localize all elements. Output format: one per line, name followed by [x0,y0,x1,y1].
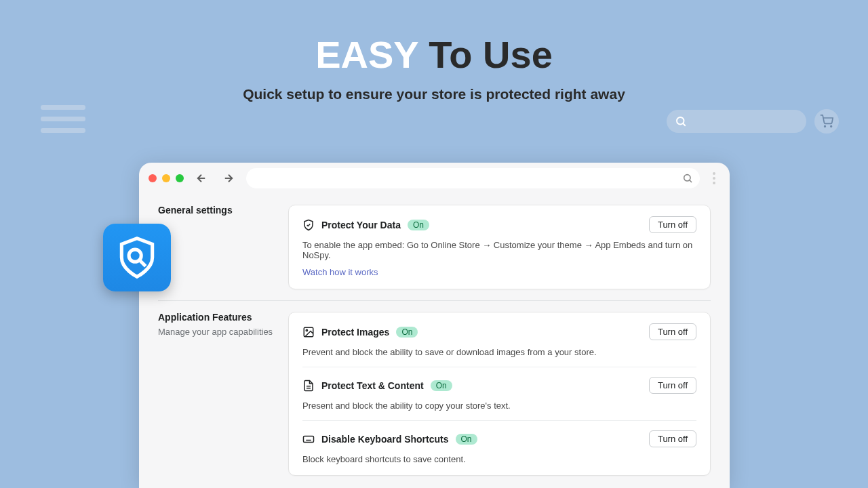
application-features-heading: Application Features [158,312,275,323]
cart-button[interactable] [814,109,839,134]
turn-off-button[interactable]: Turn off [649,377,696,394]
watch-how-link[interactable]: Watch how it works [302,267,378,277]
svg-point-6 [684,175,690,181]
general-settings-heading: General settings [158,205,275,216]
status-badge: On [431,380,452,391]
feature-title: Protect Text & Content [321,380,424,391]
forward-button[interactable] [219,169,238,188]
svg-point-3 [831,126,832,127]
feature-title: Disable Keyboard Shortcuts [321,434,449,445]
search-icon [682,173,693,184]
image-icon [302,326,315,338]
file-text-icon [302,380,315,392]
svg-point-0 [677,117,684,125]
hero-title-easy: EASY [315,33,418,76]
feature-description: Block keyboard shortcuts to save content… [302,454,696,464]
status-badge: On [396,327,418,338]
feature-title: Protect Images [321,327,389,338]
maximize-dot[interactable] [176,174,184,182]
feature-disable-shortcuts: Disable Keyboard Shortcuts On Turn off B… [302,421,696,464]
feature-protect-images: Protect Images On Turn off Prevent and b… [302,323,696,367]
hero-subtitle: Quick setup to ensure your store is prot… [0,86,868,102]
protect-data-card: Protect Your Data On Turn off To enable … [288,205,711,289]
features-card: Protect Images On Turn off Prevent and b… [288,312,711,476]
svg-point-2 [825,126,826,127]
browser-menu-icon[interactable] [708,172,720,184]
protect-data-description: To enable the app embed: Go to Online St… [302,240,696,260]
svg-point-9 [306,329,307,331]
feature-description: Prevent and block the ability to save or… [302,347,696,357]
protect-data-title: Protect Your Data [321,220,401,230]
svg-line-7 [690,180,692,182]
keyboard-icon [302,433,315,445]
svg-line-19 [140,260,146,266]
feature-protect-text: Protect Text & Content On Turn off Prese… [302,367,696,421]
svg-line-1 [683,123,686,126]
status-badge: On [456,434,477,445]
turn-off-button[interactable]: Turn off [649,430,696,447]
feature-description: Present and block the ability to copy yo… [302,401,696,411]
browser-chrome [139,163,730,194]
url-bar[interactable] [246,168,700,188]
svg-rect-12 [304,436,314,442]
minimize-dot[interactable] [162,174,170,182]
hero-title-rest: To Use [418,33,553,76]
status-badge: On [408,220,429,230]
window-controls[interactable] [149,174,184,182]
back-button[interactable] [192,169,211,188]
hero-title: EASY To Use [0,33,868,77]
arrow-left-icon [195,172,208,184]
turn-off-button[interactable]: Turn off [649,216,696,233]
search-icon [675,115,687,127]
shield-check-icon [302,219,315,231]
close-dot[interactable] [149,174,157,182]
arrow-right-icon [222,172,235,184]
svg-point-18 [129,249,141,262]
app-logo [103,224,171,291]
shield-magnify-icon [114,235,160,281]
cart-icon [820,115,833,128]
hamburger-menu-icon[interactable] [41,105,85,133]
turn-off-button[interactable]: Turn off [649,323,696,340]
browser-window: General settings Protect Your Data On Tu… [139,163,730,488]
site-search[interactable] [667,110,806,133]
application-features-sub: Manage your app capabilities [158,327,275,337]
